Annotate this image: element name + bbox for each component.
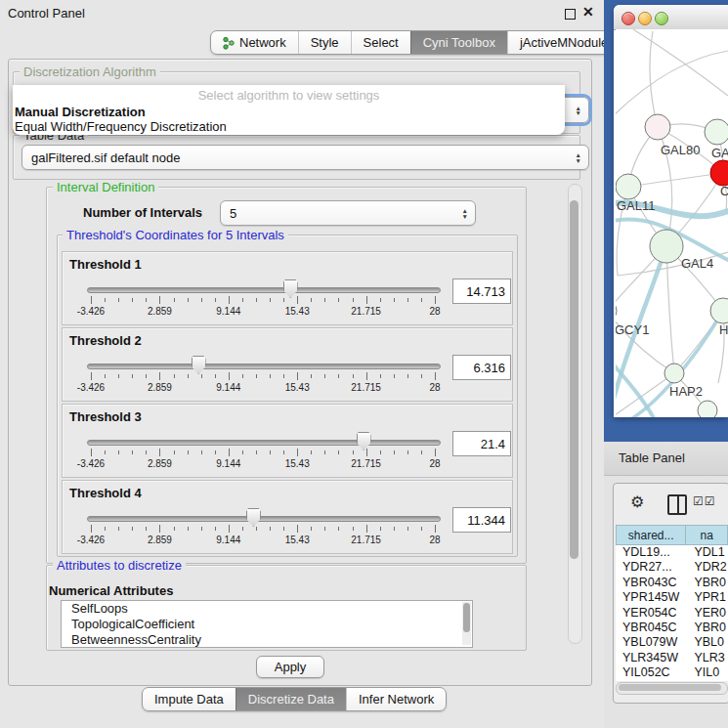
network-edge[interactable]	[633, 29, 728, 96]
slider-thumb[interactable]	[283, 279, 298, 298]
cell-shared-name: YLR345W	[616, 651, 688, 665]
threshold-value-field[interactable]: 14.713	[452, 278, 511, 304]
threshold-value-field[interactable]: 21.4	[452, 431, 511, 456]
table-hscrollbar-thumb[interactable]	[619, 684, 721, 691]
attributes-list[interactable]: SelfLoopsTopologicalCoefficientBetweenne…	[61, 600, 473, 648]
zoom-window-button[interactable]	[655, 12, 668, 25]
slider-tick	[146, 527, 147, 531]
combo-stepper-icon: ▲▼	[462, 208, 468, 219]
slider-track[interactable]	[87, 287, 441, 293]
algorithm-option-equal-width-frequency-discretization[interactable]: Equal Width/Frequency Discretization	[13, 119, 565, 134]
network-window-titlebar[interactable]	[614, 5, 728, 30]
attribute-item-topologicalcoefficient[interactable]: TopologicalCoefficient	[62, 617, 472, 632]
threshold-value-field[interactable]: 11.344	[452, 507, 511, 533]
node-table[interactable]: shared... na YDL19...YDL1YDR27...YDR2YBR…	[616, 525, 728, 681]
network-node[interactable]	[698, 401, 717, 417]
slider-tick	[188, 374, 189, 378]
table-row[interactable]: YBR043CYBR0	[616, 576, 728, 590]
slider-track[interactable]	[87, 364, 441, 369]
slider-track[interactable]	[87, 516, 441, 522]
network-canvas[interactable]: GAL80GACGAL11GAL4GCY1HHAP2	[616, 29, 728, 417]
table-data-combobox[interactable]: galFiltered.sif default node ▲▼	[21, 145, 589, 170]
list-scrollbar[interactable]	[462, 602, 471, 645]
columns-icon[interactable]	[667, 494, 687, 515]
float-window-icon[interactable]	[565, 9, 576, 20]
table-row[interactable]: YDR27...YDR2	[616, 560, 728, 575]
network-node-gcy1[interactable]	[616, 300, 617, 321]
slider-tick	[407, 527, 408, 531]
threshold-panel-4: Threshold 4-3.4262.8599.14415.4321.71528…	[62, 480, 513, 554]
table-row[interactable]: YIL052CYIL0	[616, 665, 728, 680]
column-header-shared-name[interactable]: shared...	[616, 525, 686, 545]
slider-thumb[interactable]	[357, 432, 371, 450]
column-header-name[interactable]: na	[686, 525, 728, 545]
panel-scrollbar[interactable]	[568, 184, 582, 644]
table-row[interactable]: YBL079WYBL0	[616, 635, 728, 650]
checkbox-icons[interactable]: ☑☑	[693, 494, 716, 508]
slider-tick	[421, 374, 422, 378]
slider-tick	[242, 450, 243, 454]
node-label: GA	[711, 146, 728, 160]
network-edge[interactable]	[650, 31, 658, 127]
tab-label: Cyni Toolbox	[423, 35, 495, 50]
tab-style[interactable]: Style	[298, 31, 351, 54]
slider-tick	[159, 449, 160, 456]
apply-button[interactable]: Apply	[256, 656, 324, 678]
threshold-panel-2: Threshold 2-3.4262.8599.14415.4321.71528…	[62, 327, 513, 402]
slider-track[interactable]	[87, 440, 441, 446]
slider-tick	[188, 450, 189, 454]
network-node-gal80[interactable]	[645, 114, 670, 140]
table-row[interactable]: YDL19...YDL1	[616, 545, 728, 560]
close-icon[interactable]: ✕	[582, 4, 594, 20]
table-row[interactable]: YER054CYER0	[616, 606, 728, 621]
tab-impute-data[interactable]: Impute Data	[143, 688, 236, 710]
slider-thumb[interactable]	[192, 356, 206, 374]
cell-name: YIL0	[688, 665, 728, 680]
cell-shared-name: YER054C	[616, 606, 688, 621]
algorithm-placeholder: Select algorithm to view settings	[13, 88, 565, 105]
slider-tick	[270, 374, 271, 378]
tab-cyni-toolbox[interactable]: Cyni Toolbox	[410, 31, 507, 54]
slider-tick	[435, 525, 436, 533]
tab-infer-network[interactable]: Infer Network	[346, 688, 446, 710]
network-node-ga[interactable]	[705, 119, 728, 145]
cell-name: YER0	[688, 606, 728, 621]
minimize-window-button[interactable]	[638, 12, 652, 25]
tab-network[interactable]: Network	[211, 31, 298, 54]
table-row[interactable]: YBR045CYBR0	[616, 621, 728, 635]
slider-tick	[366, 449, 367, 456]
network-node-gal11[interactable]	[616, 174, 641, 199]
network-node-h[interactable]	[710, 298, 728, 323]
num-intervals-combobox[interactable]: 5 ▲▼	[220, 200, 476, 226]
cell-shared-name: YBR045C	[616, 621, 688, 635]
table-row[interactable]: YPR145WYPR1	[616, 590, 728, 605]
slider-tick-label: 28	[429, 306, 440, 317]
threshold-value-field[interactable]: 6.316	[452, 355, 511, 380]
slider-tick-label: 21.715	[351, 306, 381, 317]
slider-tick	[380, 450, 381, 454]
network-edge[interactable]	[666, 246, 674, 373]
slider-tick	[311, 527, 312, 531]
table-hscrollbar[interactable]	[616, 682, 728, 695]
network-node-hap2[interactable]	[664, 364, 684, 383]
threshold-panel-1: Threshold 1-3.4262.8599.14415.4321.71528…	[62, 251, 513, 325]
table-row[interactable]: YLR345WYLR3	[616, 651, 728, 665]
panel-scrollbar-thumb[interactable]	[570, 200, 578, 559]
close-window-button[interactable]	[621, 12, 635, 25]
tab-select[interactable]: Select	[351, 31, 410, 54]
slider-tick	[366, 525, 367, 533]
slider-thumb[interactable]	[246, 508, 261, 527]
slider-tick-label: 9.144	[216, 535, 240, 545]
slider-tick	[256, 527, 257, 531]
tab-discretize-data[interactable]: Discretize Data	[236, 688, 346, 710]
network-edge[interactable]	[628, 173, 723, 187]
attribute-item-selfloops[interactable]: SelfLoops	[62, 601, 472, 617]
network-node-gal4[interactable]	[650, 230, 683, 263]
gear-icon[interactable]: ⚙	[630, 492, 644, 511]
slider-tick	[118, 527, 119, 531]
slider-tick-label: -3.426	[77, 382, 105, 393]
slider-tick	[118, 298, 119, 302]
control-panel-window: Control Panel ✕ NetworkStyleSelectCyni T…	[0, 0, 605, 728]
attribute-item-betweennesscentrality[interactable]: BetweennessCentrality	[62, 632, 472, 648]
algorithm-option-manual-discretization[interactable]: Manual Discretization	[13, 105, 565, 119]
